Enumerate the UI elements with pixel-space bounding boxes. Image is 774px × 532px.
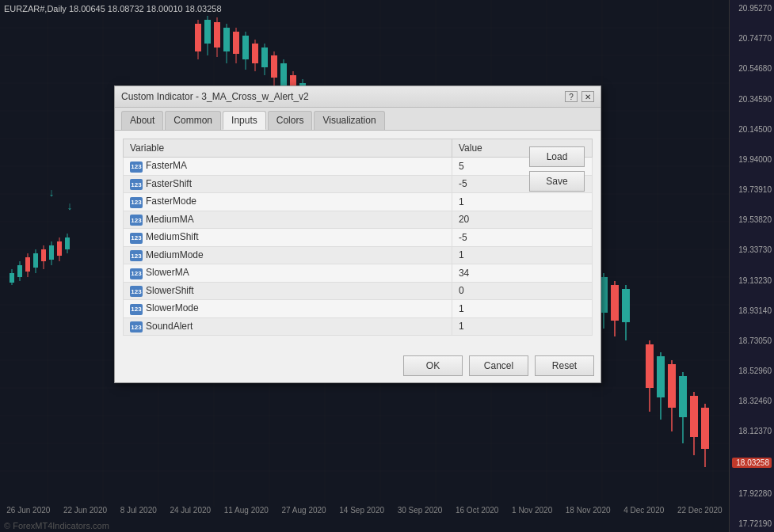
dialog-overlay: Custom Indicator - 3_MA_Cross_w_Alert_v2… <box>0 0 774 532</box>
dialog-controls: ? ✕ <box>565 91 594 102</box>
value-cell[interactable]: 1 <box>452 193 592 211</box>
param-icon: 123 <box>130 321 143 332</box>
table-row[interactable]: 123SoundAlert1 <box>124 317 593 336</box>
tab-common[interactable]: Common <box>165 111 221 130</box>
variable-cell: 123FasterMode <box>124 193 452 211</box>
dialog-content: Variable Value 123FasterMA5123FasterShif… <box>115 131 601 352</box>
table-row[interactable]: 123SlowerMode1 <box>124 300 593 318</box>
dialog-title: Custom Indicator - 3_MA_Cross_w_Alert_v2 <box>121 91 309 102</box>
param-icon: 123 <box>130 268 143 279</box>
table-row[interactable]: 123FasterShift-5 <box>124 175 593 193</box>
ok-button[interactable]: OK <box>403 355 463 376</box>
table-container: Variable Value 123FasterMA5123FasterShif… <box>123 139 593 336</box>
param-icon: 123 <box>130 215 143 226</box>
param-icon: 123 <box>130 304 143 315</box>
close-button[interactable]: ✕ <box>581 91 594 102</box>
table-row[interactable]: 123SlowerMA34 <box>124 264 593 283</box>
table-row[interactable]: 123SlowerShift0 <box>124 282 593 300</box>
variable-cell: 123MediumMode <box>124 246 452 264</box>
cancel-button[interactable]: Cancel <box>469 355 528 376</box>
help-button[interactable]: ? <box>565 91 578 102</box>
tab-inputs[interactable]: Inputs <box>223 111 266 130</box>
table-row[interactable]: 123MediumMode1 <box>124 246 593 264</box>
table-row[interactable]: 123MediumMA20 <box>124 211 593 229</box>
bottom-buttons: OK Cancel Reset <box>115 352 601 382</box>
value-cell[interactable]: 34 <box>452 264 592 283</box>
value-cell[interactable]: 1 <box>452 317 592 336</box>
variable-cell: 123FasterShift <box>124 175 452 193</box>
table-row[interactable]: 123FasterMA5 <box>124 158 593 176</box>
value-cell[interactable]: 1 <box>452 300 592 318</box>
col-header-variable: Variable <box>124 139 452 158</box>
table-row[interactable]: 123MediumShift-5 <box>124 229 593 247</box>
dialog: Custom Indicator - 3_MA_Cross_w_Alert_v2… <box>114 86 601 383</box>
parameters-table: Variable Value 123FasterMA5123FasterShif… <box>123 139 593 336</box>
variable-cell: 123SlowerMode <box>124 300 452 318</box>
param-icon: 123 <box>130 162 143 173</box>
table-row[interactable]: 123FasterMode1 <box>124 193 593 211</box>
param-icon: 123 <box>130 286 143 297</box>
value-cell[interactable]: -5 <box>452 229 592 247</box>
param-icon: 123 <box>130 233 143 244</box>
dialog-titlebar: Custom Indicator - 3_MA_Cross_w_Alert_v2… <box>115 86 601 108</box>
param-icon: 123 <box>130 179 143 190</box>
variable-cell: 123MediumMA <box>124 211 452 229</box>
variable-cell: 123SlowerMA <box>124 264 452 283</box>
tab-about[interactable]: About <box>121 111 163 130</box>
param-icon: 123 <box>130 197 143 208</box>
load-button[interactable]: Load <box>529 146 585 167</box>
value-cell[interactable]: 20 <box>452 211 592 229</box>
save-button[interactable]: Save <box>529 171 585 192</box>
param-icon: 123 <box>130 250 143 261</box>
value-cell[interactable]: 1 <box>452 246 592 264</box>
tab-visualization[interactable]: Visualization <box>314 111 384 130</box>
variable-cell: 123FasterMA <box>124 158 452 176</box>
tabs-container: About Common Inputs Colors Visualization <box>115 108 601 131</box>
value-cell[interactable]: 0 <box>452 282 592 300</box>
variable-cell: 123SlowerShift <box>124 282 452 300</box>
variable-cell: 123SoundAlert <box>124 317 452 336</box>
side-buttons: Load Save <box>529 146 585 192</box>
reset-button[interactable]: Reset <box>535 355 594 376</box>
tab-colors[interactable]: Colors <box>268 111 313 130</box>
variable-cell: 123MediumShift <box>124 229 452 247</box>
